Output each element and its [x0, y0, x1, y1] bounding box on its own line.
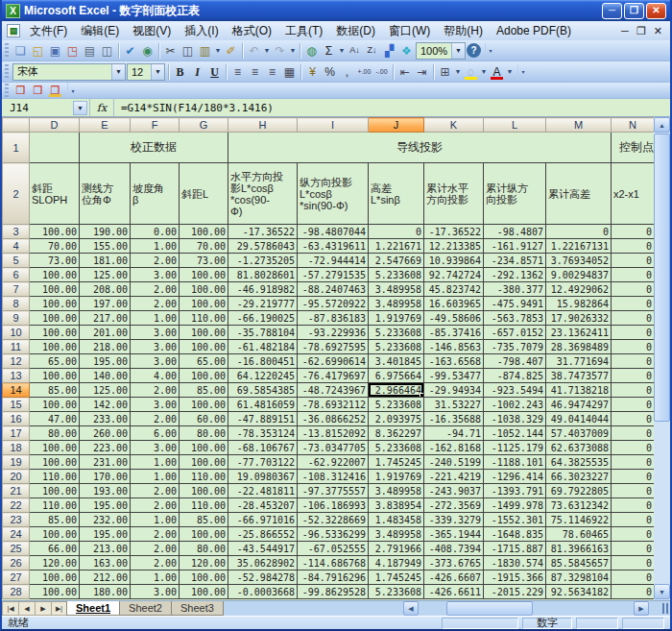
- cell-D27[interactable]: 100.00: [30, 570, 80, 585]
- autosum-icon[interactable]: Σ: [321, 42, 337, 59]
- cell-N21[interactable]: 0: [612, 484, 655, 498]
- cell-F5[interactable]: 2.00: [131, 254, 180, 268]
- cell-L17[interactable]: -1052.144: [484, 426, 546, 441]
- cell-K15[interactable]: 31.53227: [424, 398, 484, 412]
- cell-N6[interactable]: 0: [612, 268, 655, 282]
- close-button[interactable]: ✕: [646, 3, 666, 19]
- cell-G20[interactable]: 110.00: [180, 470, 228, 484]
- convert-and-email-pdf-icon[interactable]: ❒: [30, 84, 46, 97]
- cell-L14[interactable]: -923.5494: [484, 383, 546, 398]
- cell-H3[interactable]: -17.36522: [228, 225, 298, 239]
- chevron-down-icon[interactable]: ▼: [480, 68, 488, 75]
- cell-M3[interactable]: 0: [546, 225, 612, 239]
- cell-H22[interactable]: -28.453207: [228, 498, 298, 513]
- cell-D12[interactable]: 65.00: [30, 354, 80, 369]
- cell-M13[interactable]: 38.7473577: [546, 369, 612, 383]
- cell-M9[interactable]: 17.9026332: [546, 311, 612, 326]
- cell-D28[interactable]: 100.00: [30, 585, 80, 599]
- redo-icon[interactable]: ↷: [272, 42, 288, 59]
- cell-D17[interactable]: 80.00: [30, 426, 80, 441]
- cell-D15[interactable]: 100.00: [30, 398, 80, 412]
- cell-F2[interactable]: 坡度角 β: [131, 163, 180, 225]
- cell-I3[interactable]: -98.4807044: [298, 225, 369, 239]
- cell-N11[interactable]: 0: [612, 340, 655, 354]
- cell-K28[interactable]: -426.6611: [424, 585, 484, 599]
- underline-button[interactable]: U: [206, 63, 223, 80]
- cell-L24[interactable]: -1648.835: [484, 527, 546, 542]
- cell-E10[interactable]: 201.00: [80, 326, 131, 340]
- cell-L5[interactable]: -234.8571: [484, 254, 546, 268]
- cell-G3[interactable]: 100.00: [180, 225, 228, 239]
- cell-M11[interactable]: 28.3698489: [546, 340, 612, 354]
- cell-E26[interactable]: 163.00: [80, 556, 131, 570]
- toolbar-options-button[interactable]: ▾: [67, 83, 78, 98]
- cell-L28[interactable]: -2015.229: [484, 585, 546, 599]
- cell-I19[interactable]: -62.922007: [298, 455, 369, 470]
- align-left-icon[interactable]: ≡: [229, 63, 246, 80]
- cell-F4[interactable]: 1.00: [131, 239, 180, 254]
- cell-J9[interactable]: 1.919769: [369, 311, 424, 326]
- cell-D19[interactable]: 100.00: [30, 455, 80, 470]
- cell-E22[interactable]: 195.00: [80, 498, 131, 513]
- cell-I12[interactable]: -62.6990614: [298, 354, 369, 369]
- row-header-10[interactable]: 10: [3, 326, 30, 340]
- vertical-scrollbar[interactable]: ▲ ▼: [654, 117, 670, 600]
- cell-G8[interactable]: 100.00: [180, 297, 228, 311]
- formula-input[interactable]: =G14*SIN(F14/180*3.1416): [116, 102, 274, 114]
- cell-L18[interactable]: -1125.179: [484, 441, 546, 455]
- cell-D11[interactable]: 100.00: [30, 340, 80, 354]
- cell-I13[interactable]: -76.4179697: [298, 369, 369, 383]
- cell-G17[interactable]: 80.00: [180, 426, 228, 441]
- cell-D2[interactable]: 斜距 SLOPH: [30, 163, 80, 225]
- cell-G4[interactable]: 70.00: [180, 239, 228, 254]
- cell-F15[interactable]: 3.00: [131, 398, 180, 412]
- column-header-J[interactable]: J: [369, 118, 424, 133]
- sort-ascending-icon[interactable]: A↓: [347, 42, 363, 59]
- row-header-3[interactable]: 3: [3, 225, 30, 239]
- row-header-26[interactable]: 26: [3, 556, 30, 570]
- cell-G16[interactable]: 60.00: [180, 412, 228, 426]
- cell-K18[interactable]: -162.8168: [424, 441, 484, 455]
- cell-E9[interactable]: 217.00: [80, 311, 131, 326]
- cell-L13[interactable]: -874.825: [484, 369, 546, 383]
- scroll-left-icon[interactable]: ◀: [403, 601, 419, 616]
- column-header-L[interactable]: L: [484, 118, 546, 133]
- cell-H17[interactable]: -78.353124: [228, 426, 298, 441]
- cell-E17[interactable]: 260.00: [80, 426, 131, 441]
- cell-F6[interactable]: 3.00: [131, 268, 180, 282]
- row-header-28[interactable]: 28: [3, 585, 30, 599]
- cell-E23[interactable]: 232.00: [80, 513, 131, 527]
- cell-N4[interactable]: 0: [612, 239, 655, 254]
- row-header-27[interactable]: 27: [3, 570, 30, 585]
- toolbar-options-button[interactable]: ▾: [517, 64, 528, 80]
- cell-K4[interactable]: 12.213385: [424, 239, 484, 254]
- permission-icon[interactable]: ◳: [64, 42, 81, 59]
- cell-J4[interactable]: 1.221671: [369, 239, 424, 254]
- column-header-N[interactable]: N: [612, 118, 655, 133]
- cell-H16[interactable]: -47.889151: [228, 412, 298, 426]
- workbook-minimize-button[interactable]: ─: [621, 25, 629, 37]
- cell-J28[interactable]: 5.233608: [369, 585, 424, 599]
- cell-I9[interactable]: -87.836183: [298, 311, 369, 326]
- cell-I6[interactable]: -57.2791535: [298, 268, 369, 282]
- cell-traverse-projection[interactable]: 导线投影: [228, 133, 612, 163]
- align-right-icon[interactable]: ≡: [264, 63, 280, 80]
- row-header-24[interactable]: 24: [3, 527, 30, 542]
- borders-icon[interactable]: ⊞: [437, 63, 453, 80]
- cell-K21[interactable]: -243.9037: [424, 484, 484, 498]
- maximize-button[interactable]: ❐: [624, 3, 644, 19]
- help-icon[interactable]: ?: [467, 43, 481, 58]
- cell-K7[interactable]: 45.823742: [424, 282, 484, 297]
- cell-D22[interactable]: 110.00: [30, 498, 80, 513]
- cell-H11[interactable]: -61.482184: [228, 340, 298, 354]
- cell-G25[interactable]: 80.00: [180, 542, 228, 556]
- cell-L10[interactable]: -657.0152: [484, 326, 546, 340]
- cell-H27[interactable]: -52.984278: [228, 570, 298, 585]
- spelling-icon[interactable]: ✔: [122, 42, 138, 59]
- row-header-23[interactable]: 23: [3, 513, 30, 527]
- menu-item-7[interactable]: 窗口(W): [382, 22, 437, 39]
- cell-G21[interactable]: 100.00: [180, 484, 228, 498]
- row-header-6[interactable]: 6: [3, 268, 30, 282]
- cell-F18[interactable]: 3.00: [131, 441, 180, 455]
- chevron-down-icon[interactable]: ▼: [454, 68, 462, 75]
